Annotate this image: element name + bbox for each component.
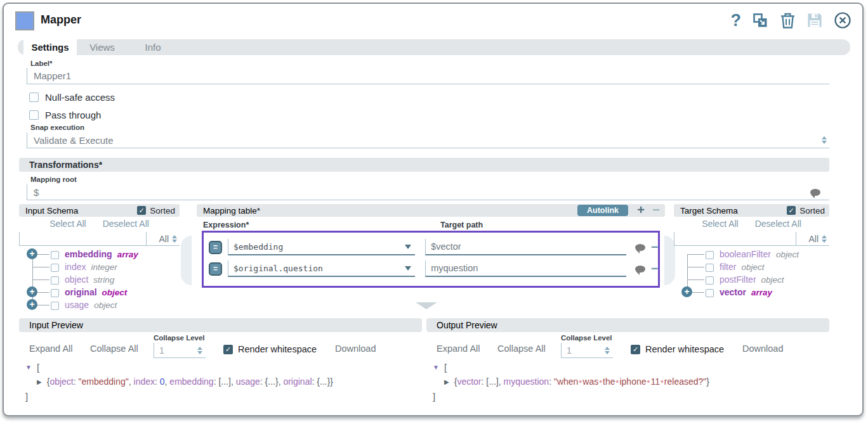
expression-input[interactable]: $original.question	[228, 260, 415, 277]
close-icon[interactable]	[834, 11, 852, 29]
schema-item-checkbox[interactable]	[706, 276, 714, 285]
snap-execution-select[interactable]: Validate & Execute	[27, 132, 829, 148]
input-collapse-level-input[interactable]: 1	[154, 343, 206, 358]
input-deselect-all-link[interactable]: Deselect All	[103, 219, 149, 229]
remove-row-button[interactable]: −	[652, 203, 660, 217]
expression-input[interactable]: $embedding	[228, 239, 415, 255]
target-path-input[interactable]: $vector	[425, 239, 626, 255]
delete-row-icon[interactable]: −	[651, 266, 658, 272]
output-expand-all-link[interactable]: Expand All	[437, 344, 480, 354]
tab-info[interactable]: Info	[128, 39, 178, 55]
output-collapse-all-link[interactable]: Collapse All	[497, 344, 546, 354]
schema-item-checkbox[interactable]	[51, 276, 59, 285]
json-token-punct: {...}	[265, 376, 279, 387]
label-input[interactable]: Mapper1	[27, 68, 829, 84]
json-token-str: released?"	[664, 376, 706, 387]
expression-toggle-button[interactable]: =	[209, 241, 222, 254]
target-schema-scope-select[interactable]: All	[796, 232, 829, 246]
expression-dropdown-icon[interactable]	[405, 266, 411, 271]
expand-plus-icon[interactable]: +	[27, 299, 37, 310]
schema-item-embedding[interactable]: +embeddingarray	[19, 248, 180, 260]
schema-item-filter[interactable]: filterobject	[674, 260, 829, 273]
output-collapse-level-input[interactable]: 1	[561, 343, 613, 358]
target-deselect-all-link[interactable]: Deselect All	[755, 219, 801, 229]
input-preview-title: Input Preview	[29, 320, 83, 330]
target-sorted-checkbox[interactable]	[787, 206, 796, 215]
input-schema-panel: Input Schema Sorted Select All Deselect …	[19, 204, 180, 313]
output-render-whitespace-checkbox[interactable]	[631, 345, 640, 354]
schema-item-original[interactable]: +originalobject	[19, 286, 180, 299]
tree-branch-line	[687, 267, 704, 267]
input-download-link[interactable]: Download	[335, 344, 376, 354]
target-select-all-link[interactable]: Select All	[702, 219, 739, 229]
input-expand-all-link[interactable]: Expand All	[29, 344, 73, 354]
autolink-button[interactable]: Autolink	[577, 205, 628, 216]
schema-item-checkbox[interactable]	[706, 264, 714, 272]
dialog-title: Mapper	[41, 13, 81, 27]
schema-item-name: embedding	[65, 249, 112, 259]
comment-icon[interactable]	[635, 244, 645, 251]
output-preview-panel: Output Preview Expand All Collapse All C…	[426, 318, 829, 413]
tab-settings[interactable]: Settings	[23, 39, 77, 55]
select-spinner-icon[interactable]	[822, 136, 827, 144]
schema-item-vector[interactable]: +vectorarray	[674, 286, 829, 299]
add-row-button[interactable]: +	[637, 203, 645, 217]
mapping-table-header: Mapping table* Autolink + −	[197, 204, 665, 217]
tab-views[interactable]: Views	[77, 39, 128, 55]
schema-item-checkbox[interactable]	[51, 251, 59, 259]
schema-item-postFilter[interactable]: postFilterobject	[674, 273, 829, 286]
input-collapse-all-link[interactable]: Collapse All	[90, 344, 138, 354]
duplicate-icon[interactable]	[752, 12, 769, 29]
caret-down-icon[interactable]: ▼	[25, 360, 32, 375]
input-schema-search-input[interactable]	[19, 232, 147, 246]
caret-right-icon[interactable]: ▶	[37, 375, 42, 389]
delete-icon[interactable]	[780, 12, 796, 29]
input-select-all-link[interactable]: Select All	[49, 219, 86, 229]
scope-spinner-icon[interactable]	[822, 235, 827, 243]
schema-item-checkbox[interactable]	[51, 302, 59, 310]
json-token-key: myquestion	[504, 376, 549, 387]
title-actions: ?	[731, 11, 852, 29]
collapse-down-handle[interactable]	[416, 302, 437, 309]
expression-toggle-button[interactable]: =	[209, 262, 222, 276]
null-safe-checkbox[interactable]	[29, 93, 39, 102]
delete-row-icon[interactable]: −	[651, 244, 658, 250]
expand-plus-icon[interactable]: +	[27, 286, 37, 297]
mapping-root-input[interactable]: $	[27, 184, 829, 200]
input-render-whitespace-checkbox[interactable]	[223, 345, 233, 354]
schema-item-checkbox[interactable]	[706, 251, 714, 259]
level-spinner-icon[interactable]	[605, 347, 613, 354]
schema-item-object[interactable]: objectstring	[19, 273, 180, 286]
collapse-left-handle[interactable]	[181, 236, 192, 285]
scope-spinner-icon[interactable]	[172, 235, 177, 243]
schema-item-checkbox[interactable]	[51, 264, 59, 272]
input-sorted-checkbox[interactable]	[137, 206, 146, 215]
expression-dropdown-icon[interactable]	[405, 245, 411, 249]
schema-item-name: filter	[720, 262, 736, 272]
output-download-link[interactable]: Download	[742, 344, 784, 354]
pass-through-checkbox[interactable]	[29, 110, 39, 120]
level-spinner-icon[interactable]	[197, 347, 206, 354]
schema-item-index[interactable]: indexinteger	[19, 260, 180, 273]
json-array-close-line: ]	[25, 389, 333, 404]
save-icon[interactable]	[806, 12, 823, 29]
target-path-input[interactable]: myquestion	[425, 260, 626, 277]
json-document-row: ▶ {vector: [...], myquestion: "when•was•…	[433, 375, 709, 389]
schema-item-booleanFilter[interactable]: booleanFilterobject	[674, 248, 829, 260]
comment-icon[interactable]	[810, 189, 820, 196]
comment-icon[interactable]	[635, 266, 645, 273]
output-collapse-level-label: Collapse Level	[561, 334, 612, 342]
caret-down-icon[interactable]: ▼	[433, 360, 439, 375]
help-icon[interactable]: ?	[731, 11, 742, 29]
target-schema-search-input[interactable]	[674, 232, 796, 246]
schema-item-usage[interactable]: +usageobject	[19, 299, 180, 311]
input-schema-scope-select[interactable]: All	[147, 232, 180, 246]
caret-right-icon[interactable]: ▶	[444, 375, 449, 389]
schema-item-type: array	[751, 288, 772, 297]
target-schema-search-row: All	[674, 232, 829, 246]
expand-plus-icon[interactable]: +	[681, 286, 692, 297]
schema-item-checkbox[interactable]	[706, 289, 714, 297]
input-preview-json: ▼ [ ▶ {object: "embedding", index: 0, em…	[25, 360, 333, 404]
schema-item-checkbox[interactable]	[51, 289, 59, 297]
expand-plus-icon[interactable]: +	[27, 248, 37, 259]
